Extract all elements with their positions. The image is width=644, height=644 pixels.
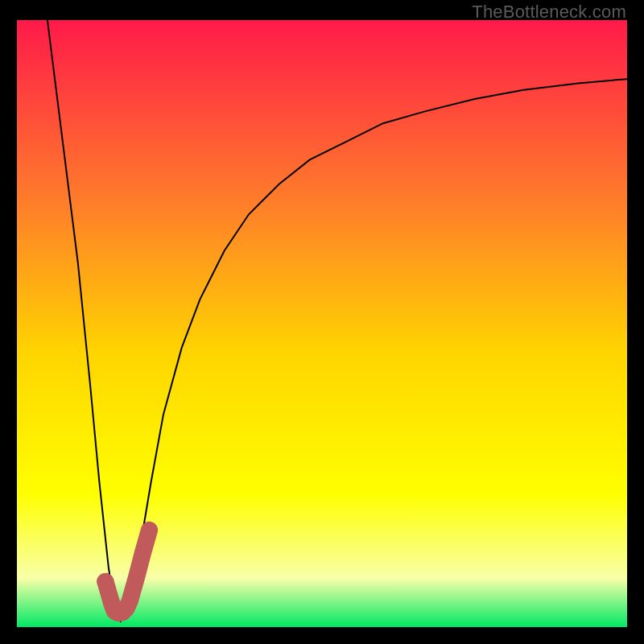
bottleneck-chart xyxy=(17,20,627,627)
gradient-background xyxy=(17,20,627,627)
marker-dot xyxy=(97,573,114,590)
watermark-text: TheBottleneck.com xyxy=(472,2,626,23)
outer-frame: TheBottleneck.com xyxy=(0,0,644,644)
